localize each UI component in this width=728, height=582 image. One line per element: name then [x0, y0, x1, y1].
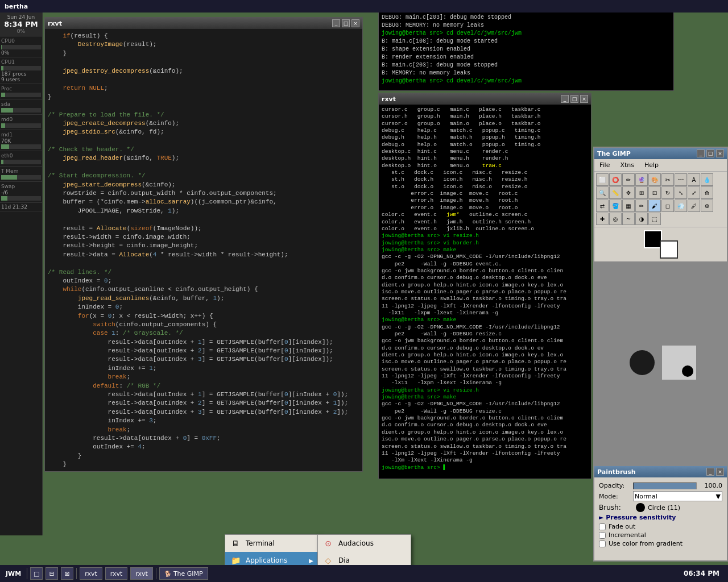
eth0-bar	[1, 160, 41, 164]
gimp-tool-move[interactable]: ✥	[622, 186, 635, 199]
incremental-checkbox[interactable]	[599, 532, 606, 539]
gimp-tool-flip[interactable]: ⇄	[596, 199, 609, 212]
gimp-tool-paintbrush[interactable]: 🖌	[648, 199, 661, 212]
uptime-section: 11d 21:32	[0, 203, 42, 211]
menu-item-audacious[interactable]: ⊙ Audacious	[318, 535, 411, 552]
gimp-tool-color-picker[interactable]: 💧	[701, 173, 713, 186]
gimp-tool-align[interactable]: ⊞	[635, 186, 648, 199]
menu-item-audacious-label: Audacious	[338, 539, 374, 547]
pressure-section[interactable]: ► Pressure sensitivity	[599, 514, 722, 521]
menu-item-terminal-label: Terminal	[246, 539, 275, 547]
gimp-tool-zoom[interactable]: 🔍	[596, 186, 609, 199]
gimp-tool-ink[interactable]: 🖊	[688, 199, 700, 212]
gimp-tool-rect-select[interactable]: ⬜	[596, 173, 609, 186]
code-line	[48, 163, 359, 172]
taskbar-rxvt-1[interactable]: rxvt	[80, 567, 102, 580]
gimp-tool-paths[interactable]: 〰	[675, 173, 687, 186]
paintbrush-controls[interactable]: _ ×	[706, 468, 724, 476]
code-line: result->width = cinfo.image_width;	[48, 233, 359, 242]
debug-content[interactable]: DEBUG: main.c[203]: debug mode stopped D…	[379, 12, 673, 90]
taskbar-clock: 06:34 PM	[678, 569, 725, 577]
debug-line: B: render extension enabled	[382, 53, 671, 61]
proc-bar	[1, 93, 41, 97]
gimp-tool-clone[interactable]: ⊕	[701, 199, 713, 212]
gimp-tool-blend[interactable]: ▦	[622, 199, 635, 212]
gimp-controls[interactable]: _ □ ×	[697, 149, 724, 157]
files-maximize-button[interactable]: □	[570, 95, 578, 103]
md1-label: md1	[1, 131, 41, 138]
code-line: break;	[48, 373, 359, 381]
gimp-tool-dodge-burn[interactable]: ◑	[635, 213, 648, 225]
fade-checkbox[interactable]	[599, 523, 606, 530]
debug-line: B: shape extension enabled	[382, 45, 671, 53]
paintbrush-close-button[interactable]: ×	[716, 468, 724, 476]
gimp-tool-measure[interactable]: 📏	[609, 186, 622, 199]
gimp-menu-help[interactable]: Help	[642, 160, 661, 170]
gimp-tool-scale[interactable]: ⤡	[675, 186, 687, 199]
gimp-tool-scissors[interactable]: ✂	[661, 173, 674, 186]
gimp-background-color[interactable]	[660, 240, 678, 259]
gimp-tool-perspective[interactable]: ⟰	[701, 186, 713, 199]
taskbar-gimp-button[interactable]: 🐕 The GIMP	[159, 567, 208, 580]
gimp-menu-file[interactable]: File	[597, 160, 612, 170]
files-line: pe2 -Wall -g -DDEBUG resize.c	[382, 331, 588, 338]
code-line	[48, 58, 359, 66]
code-terminal-titlebar: rxvt _ □ ×	[45, 18, 362, 29]
gimp-tool-ellipse-select[interactable]: ⭕	[609, 173, 622, 186]
brush-icon[interactable]	[636, 503, 645, 512]
gimp-tool-fuzzy-select[interactable]: 🔮	[635, 173, 648, 186]
gimp-minimize-button[interactable]: _	[697, 149, 705, 157]
code-line: jpeg_read_header(&cinfo, TRUE);	[48, 154, 359, 163]
code-line: outIndex += 4;	[48, 443, 359, 451]
gimp-menu-xtns[interactable]: Xtns	[618, 160, 636, 170]
gimp-brush-circle	[630, 350, 655, 375]
files-line: cursor.c group.c main.c place.c taskbar.…	[382, 106, 588, 113]
files-line: d.o confirm.o cursor.o debug.o desktop.o…	[382, 275, 588, 281]
gradient-checkbox[interactable]	[599, 541, 606, 547]
code-content-area[interactable]: if(result) { DestroyImage(result); } jpe…	[45, 29, 362, 471]
files-prompt-line: jowing@bertha src> make	[382, 247, 588, 253]
menu-item-terminal[interactable]: 🖥 Terminal	[225, 535, 318, 552]
gimp-close-button[interactable]: ×	[716, 149, 724, 157]
gimp-tool-shear[interactable]: ⤢	[688, 186, 700, 199]
files-line: st.c dock.c icon.c misc.c resize.c	[382, 169, 588, 176]
gimp-colors	[638, 230, 684, 259]
files-content[interactable]: cursor.c group.c main.c place.c taskbar.…	[379, 105, 591, 479]
minimize-button[interactable]: _	[332, 19, 340, 27]
date-time-widget: Sun 24 Jun 8:34 PM 0%	[0, 13, 42, 36]
files-terminal-controls[interactable]: _ □ ×	[561, 95, 588, 103]
taskbar-rxvt-2[interactable]: rxvt	[105, 567, 128, 580]
gimp-tool-rotate[interactable]: ↻	[661, 186, 674, 199]
sda-label: sda	[1, 101, 41, 107]
gimp-tool-free-select[interactable]: ✏	[622, 173, 635, 186]
gimp-maximize-button[interactable]: □	[706, 149, 714, 157]
gimp-tool-desaturate[interactable]: ⬚	[648, 213, 661, 225]
files-line: cursor.h group.h main.h place.h taskbar.…	[382, 113, 588, 120]
files-minimize-button[interactable]: _	[561, 95, 569, 103]
gimp-tool-crop[interactable]: ⊡	[648, 186, 661, 199]
gimp-tool-airbrush[interactable]: 💨	[675, 199, 687, 212]
opacity-slider[interactable]	[633, 483, 697, 489]
taskbar-jwm-icon3[interactable]: ⊠	[61, 567, 73, 580]
taskbar-rxvt-3[interactable]: rxvt	[130, 567, 153, 580]
paintbrush-minimize-button[interactable]: _	[706, 468, 714, 476]
taskbar-jwm-icon2[interactable]: ⊟	[46, 567, 58, 580]
gimp-tool-eraser[interactable]: ◻	[661, 199, 674, 212]
opacity-control: 100.0	[633, 482, 722, 489]
gimp-tool-heal[interactable]: ✚	[596, 213, 609, 225]
code-terminal-controls[interactable]: _ □ ×	[332, 19, 359, 27]
gimp-tool-convolve[interactable]: ◎	[609, 213, 622, 225]
files-prompt-line: jowing@bertha src> vi border.h	[382, 240, 588, 247]
code-line	[48, 469, 359, 471]
gimp-tool-bucket-fill[interactable]: 🪣	[609, 199, 622, 212]
maximize-button[interactable]: □	[342, 19, 350, 27]
mode-dropdown[interactable]: Normal ▼	[633, 491, 722, 501]
gimp-tool-smudge[interactable]: ~	[622, 213, 635, 225]
gimp-tool-text[interactable]: A	[688, 173, 700, 186]
gimp-tool-select-by-color[interactable]: 🎨	[648, 173, 661, 186]
gimp-tool-pencil[interactable]: ✏	[635, 199, 648, 212]
taskbar-jwm-icon1[interactable]: □	[30, 567, 43, 580]
close-button[interactable]: ×	[351, 19, 359, 27]
gradient-label: Use color from gradient	[609, 540, 682, 547]
files-close-button[interactable]: ×	[580, 95, 588, 103]
